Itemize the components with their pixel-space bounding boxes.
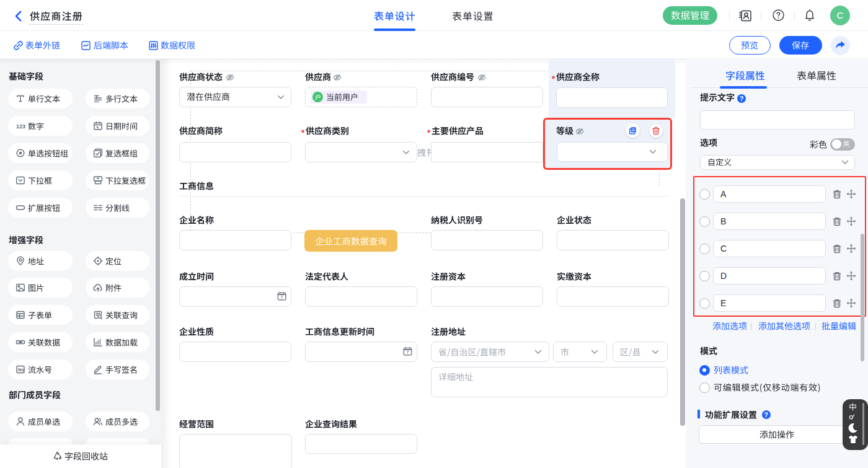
svg-text:7: 7: [280, 294, 283, 300]
svg-text:7: 7: [406, 350, 409, 355]
svg-text:123: 123: [16, 123, 25, 130]
svg-text:No: No: [18, 367, 24, 373]
